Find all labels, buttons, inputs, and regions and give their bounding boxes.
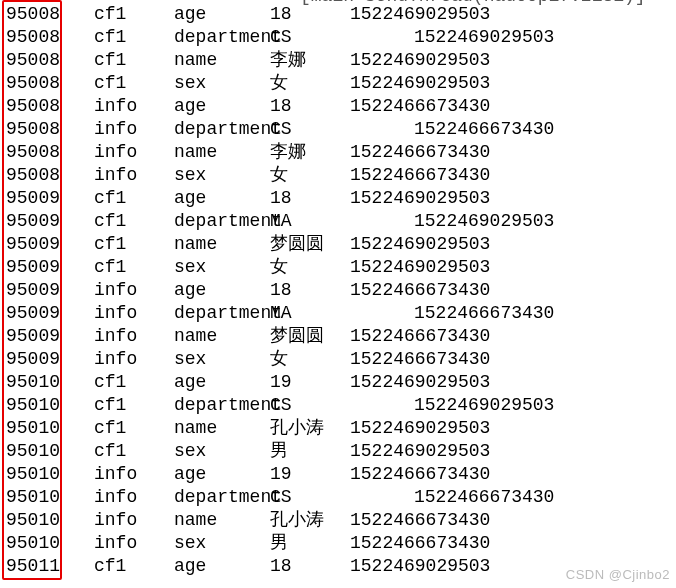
cell-value: CS [270,26,350,49]
cell-timestamp: 1522466673430 [350,463,530,486]
cell-rowkey: 95010 [6,394,76,417]
cell-timestamp: 1522469029503 [414,26,594,49]
cell-column-family: cf1 [94,210,164,233]
cell-timestamp: 1522466673430 [350,95,530,118]
cell-value: 18 [270,3,350,26]
cell-column-family: info [94,95,164,118]
cell-value: 孔小涛 [270,417,350,440]
cell-column-family: cf1 [94,371,164,394]
cell-value: 18 [270,279,350,302]
cell-timestamp: 1522466673430 [350,325,530,348]
cell-timestamp: 1522466673430 [350,348,530,371]
cell-column-family: cf1 [94,394,164,417]
cell-rowkey: 95010 [6,532,76,555]
cell-timestamp: 1522466673430 [414,302,594,325]
cell-column-family: cf1 [94,256,164,279]
cell-rowkey: 95008 [6,118,76,141]
cell-timestamp: 1522469029503 [350,187,530,210]
cell-value: 梦圆圆 [270,325,350,348]
cell-rowkey: 95010 [6,486,76,509]
cell-column-family: cf1 [94,555,164,578]
cell-column-family: info [94,509,164,532]
cell-rowkey: 95010 [6,371,76,394]
cell-value: 18 [270,555,350,578]
cell-column-family: info [94,486,164,509]
cell-column-family: cf1 [94,233,164,256]
cell-value: MA [270,302,350,325]
cell-timestamp: 1522466673430 [350,279,530,302]
terminal-viewport: [main-SendThread(hadoop17:2181)] 95008cf… [0,0,676,588]
cell-value: MA [270,210,350,233]
cell-rowkey: 95009 [6,256,76,279]
cell-value: 男 [270,440,350,463]
cell-column-family: info [94,348,164,371]
cell-rowkey: 95008 [6,49,76,72]
cell-rowkey: 95009 [6,187,76,210]
cell-value: CS [270,118,350,141]
cell-timestamp: 1522469029503 [350,555,530,578]
cell-value: 19 [270,463,350,486]
cell-column-family: info [94,118,164,141]
cell-column-family: cf1 [94,417,164,440]
cell-rowkey: 95008 [6,95,76,118]
cell-timestamp: 1522466673430 [414,118,594,141]
cell-timestamp: 1522469029503 [350,440,530,463]
cell-rowkey: 95010 [6,463,76,486]
cell-timestamp: 1522469029503 [350,72,530,95]
cell-rowkey: 95008 [6,26,76,49]
cell-timestamp: 1522466673430 [350,509,530,532]
cell-rowkey: 95009 [6,325,76,348]
cell-timestamp: 1522469029503 [350,417,530,440]
cell-value: 女 [270,72,350,95]
cell-column-family: info [94,164,164,187]
cell-column-family: info [94,325,164,348]
cell-value: CS [270,394,350,417]
cell-value: 梦圆圆 [270,233,350,256]
cell-column-family: info [94,279,164,302]
cell-value: CS [270,486,350,509]
cell-rowkey: 95010 [6,417,76,440]
cell-column-family: info [94,532,164,555]
cell-timestamp: 1522466673430 [350,141,530,164]
cell-timestamp: 1522469029503 [350,3,530,26]
cell-timestamp: 1522469029503 [350,233,530,256]
cell-timestamp: 1522469029503 [350,49,530,72]
cell-rowkey: 95008 [6,72,76,95]
cell-timestamp: 1522469029503 [414,210,594,233]
cell-value: 19 [270,371,350,394]
cell-value: 女 [270,256,350,279]
cell-timestamp: 1522466673430 [350,532,530,555]
cell-column-family: cf1 [94,49,164,72]
cell-rowkey: 95009 [6,279,76,302]
cell-timestamp: 1522466673430 [350,164,530,187]
cell-rowkey: 95009 [6,302,76,325]
cell-value: 孔小涛 [270,509,350,532]
cell-timestamp: 1522469029503 [350,371,530,394]
cell-column-family: info [94,141,164,164]
cell-value: 男 [270,532,350,555]
cell-rowkey: 95009 [6,210,76,233]
cell-column-family: cf1 [94,3,164,26]
cell-value: 18 [270,95,350,118]
cell-value: 李娜 [270,141,350,164]
cell-value: 18 [270,187,350,210]
cell-column-family: info [94,302,164,325]
cell-rowkey: 95011 [6,555,76,578]
cell-value: 女 [270,164,350,187]
cell-column-family: info [94,463,164,486]
cell-rowkey: 95009 [6,348,76,371]
cell-column-family: cf1 [94,26,164,49]
cell-rowkey: 95008 [6,141,76,164]
cell-timestamp: 1522469029503 [414,394,594,417]
cell-timestamp: 1522466673430 [414,486,594,509]
cell-rowkey: 95008 [6,164,76,187]
cell-column-family: cf1 [94,72,164,95]
cell-rowkey: 95010 [6,440,76,463]
watermark-text: CSDN @Cjinbo2 [566,563,670,586]
cell-timestamp: 1522469029503 [350,256,530,279]
cell-value: 女 [270,348,350,371]
cell-rowkey: 95009 [6,233,76,256]
cell-column-family: cf1 [94,187,164,210]
cell-value: 李娜 [270,49,350,72]
cell-rowkey: 95010 [6,509,76,532]
